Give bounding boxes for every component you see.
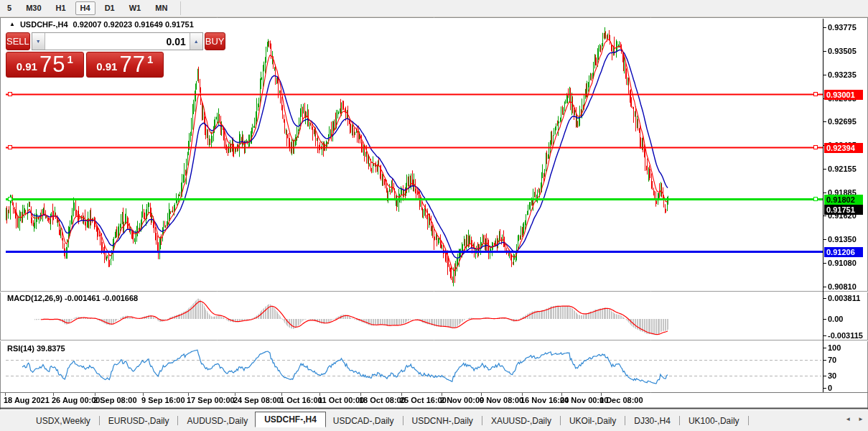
volume-decrease-button[interactable]: ▼ — [32, 33, 45, 50]
time-tick-label: 18 Aug 2021 — [4, 396, 50, 404]
time-tick-label: 9 Nov 08:00 — [480, 396, 523, 404]
timeframe-button-w1[interactable]: W1 — [124, 1, 146, 15]
chart-ohlc-values: 0.92007 0.92023 0.91649 0.91751 — [73, 20, 194, 29]
time-tick-label: 24 Sep 08:00 — [233, 396, 281, 404]
time-tick-label: 1 Dec 08:00 — [599, 396, 643, 404]
timeframe-button-m30[interactable]: M30 — [21, 1, 46, 15]
tab-item-ukoil-[interactable]: UKOil-,Daily — [562, 414, 623, 428]
time-tick-label: 11 Oct 00:00 — [318, 396, 364, 404]
time-tick-label: 18 Oct 08:00 — [359, 396, 406, 404]
timeframe-button-h1[interactable]: H1 — [51, 1, 71, 15]
tab-scroll-left-icon[interactable]: ◄ — [845, 416, 851, 422]
chevron-down-icon: ▼ — [36, 39, 41, 44]
timeframe-button-mn[interactable]: MN — [150, 1, 172, 15]
chart-symbol-title: USDCHF-,H4 — [20, 20, 68, 29]
volume-input[interactable] — [45, 33, 190, 50]
sell-price-prefix: 0.91 — [17, 60, 37, 73]
price-tick-label: 0.91350 — [828, 234, 857, 244]
symbol-tabbar: USDX,WeeklyEURUSD-,DailyAUDUSD-,DailyUSD… — [0, 409, 868, 431]
collapse-panel-icon[interactable]: ▲ — [9, 21, 15, 27]
rsi-tick-label: 100 — [828, 343, 841, 353]
time-tick-label: 17 Sep 00:00 — [187, 396, 235, 404]
toolbar-separator — [180, 1, 181, 15]
tab-item-usdx[interactable]: USDX,Weekly — [29, 414, 98, 428]
tab-item-uk100-[interactable]: UK100-,Daily — [681, 414, 747, 428]
time-tick-label: 1 Oct 16:00 — [280, 396, 322, 404]
tab-scroll-right-icon[interactable]: ► — [858, 416, 864, 422]
rsi-tick-label: 30 — [828, 371, 836, 381]
tab-item-xauusd-[interactable]: XAUUSD-,Daily — [484, 414, 559, 428]
chevron-up-icon: ▲ — [194, 39, 199, 44]
time-tick-label: 2 Nov 00:00 — [440, 396, 484, 404]
timeframe-button-d1[interactable]: D1 — [100, 1, 120, 15]
one-click-trade-panel: SELL ▼ ▲ BUY 0.91751 0.91771 — [6, 32, 164, 78]
timeframe-toolbar: 5M30H1H4D1W1MN — [0, 0, 868, 17]
buy-button[interactable]: BUY — [205, 32, 225, 50]
price-tick-label: 0.93235 — [828, 70, 857, 80]
time-tick-label: 2 Sep 08:00 — [93, 396, 137, 404]
volume-stepper: ▼ ▲ — [32, 32, 203, 50]
sell-price-box[interactable]: 0.91751 — [6, 52, 84, 78]
price-tick-label: 0.92695 — [828, 116, 857, 126]
price-tick-label: 0.92155 — [828, 164, 857, 174]
sell-price-pip: 1 — [67, 53, 73, 65]
tab-item-dj30-[interactable]: DJ30-,H4 — [627, 414, 678, 428]
hline-price-label[interactable]: 0.93001 — [824, 90, 863, 100]
rsi-tick-label: 70 — [828, 355, 836, 365]
chart-header: ▲ USDCHF-,H4 0.92007 0.92023 0.91649 0.9… — [9, 20, 194, 29]
buy-price-box[interactable]: 0.91771 — [86, 52, 164, 78]
buy-price-pip: 1 — [147, 53, 153, 65]
tab-separator — [560, 416, 561, 425]
rsi-tick-label: 0 — [828, 383, 832, 393]
timeframe-button-h4[interactable]: H4 — [75, 1, 95, 15]
tab-separator — [482, 416, 482, 425]
volume-increase-button[interactable]: ▲ — [190, 33, 202, 50]
tab-item-usdcad-[interactable]: USDCAD-,Daily — [326, 414, 401, 428]
macd-tick-label: 0.003811 — [828, 293, 860, 303]
hline-price-label[interactable]: 0.92394 — [824, 143, 863, 153]
hline-price-label[interactable]: 0.91206 — [824, 247, 863, 257]
macd-tick-label: -0.003115 — [828, 330, 863, 340]
hline-price-label[interactable]: 0.91802 — [824, 195, 863, 205]
buy-price-big: 77 — [119, 55, 145, 75]
tab-separator — [177, 416, 178, 425]
price-tick-label: 0.90810 — [828, 282, 857, 292]
time-tick-label: 9 Sep 16:00 — [141, 396, 185, 404]
sell-button[interactable]: SELL — [6, 32, 30, 50]
tab-separator — [679, 416, 680, 425]
macd-indicator-label: MACD(12,26,9) -0.001461 -0.001668 — [7, 294, 138, 302]
tab-scroll-arrows: ◄ ► — [845, 416, 864, 422]
price-tick-label: 0.93775 — [828, 22, 857, 32]
tab-separator — [403, 416, 403, 425]
tab-separator — [625, 416, 625, 425]
price-tick-label: 0.91080 — [828, 258, 857, 268]
tab-item-audusd-[interactable]: AUDUSD-,Daily — [179, 414, 255, 428]
macd-tick-label: 0.00 — [828, 314, 843, 324]
sell-price-big: 75 — [39, 55, 65, 75]
tab-separator — [99, 416, 100, 425]
current-price-label: 0.91751 — [824, 205, 863, 215]
timeframe-button-5[interactable]: 5 — [2, 1, 17, 15]
tab-separator — [748, 416, 749, 425]
tab-item-usdchf-[interactable]: USDCHF-,H4 — [255, 412, 326, 427]
rsi-indicator-label: RSI(14) 39.8375 — [7, 344, 65, 353]
price-tick-label: 0.93505 — [828, 46, 857, 56]
trading-terminal: { "toolbar": { "timeframes": [ {"label":… — [0, 0, 868, 431]
tab-item-usdcnh-[interactable]: USDCNH-,Daily — [405, 414, 480, 428]
tab-item-eurusd-[interactable]: EURUSD-,Daily — [101, 414, 177, 428]
buy-price-prefix: 0.91 — [96, 60, 117, 73]
